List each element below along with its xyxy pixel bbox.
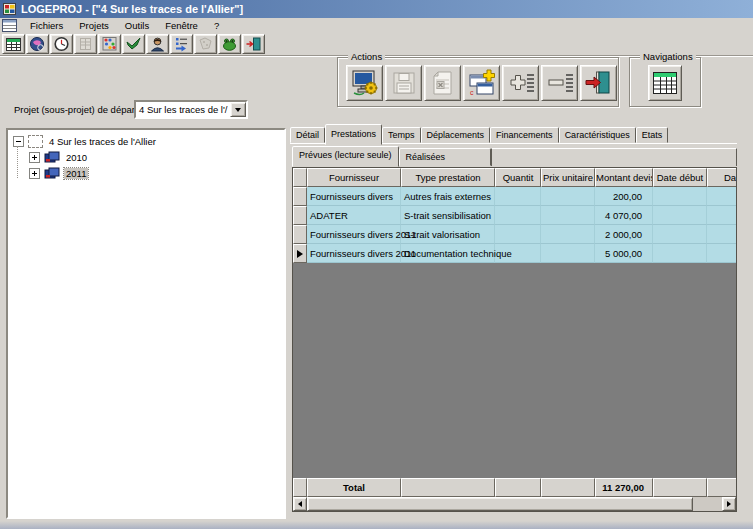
navigations-group: Navigations (629, 57, 701, 107)
cell-montant-devis: 2 000,00 (595, 225, 653, 244)
action-button-remove-row[interactable] (541, 65, 578, 101)
tab-prestations[interactable]: Prestations (325, 124, 382, 145)
total-montant-devis: 11 270,00 (595, 478, 653, 497)
cell-prix-unitaire (541, 225, 595, 244)
menu-fichiers[interactable]: Fichiers (22, 19, 71, 32)
table-row-current[interactable]: Fournisseurs divers 2011 Documentation t… (293, 244, 737, 263)
action-button-modify[interactable] (346, 65, 383, 101)
menu-outils[interactable]: Outils (117, 19, 157, 32)
action-button-export-disabled[interactable] (424, 65, 461, 101)
project-combobox-dropdown-button[interactable] (230, 102, 246, 117)
remove-row-icon (545, 69, 575, 97)
cell-montant-devis: 200,00 (595, 187, 653, 206)
collapse-icon[interactable] (13, 136, 24, 147)
action-button-close[interactable] (580, 65, 617, 101)
table-row[interactable]: Fournisseurs divers 2011 S-trait valoris… (293, 225, 737, 244)
grid-empty-area (293, 263, 737, 478)
cell-date-fin (707, 206, 737, 225)
cell-type-prestation: Documentation technique (401, 244, 495, 263)
tree-connector-line (17, 146, 18, 178)
project-combobox[interactable]: 4 Sur les traces de l'/ (134, 100, 248, 119)
cell-date-debut (653, 244, 707, 263)
expand-icon[interactable] (29, 168, 40, 179)
tab-temps[interactable]: Temps (382, 127, 421, 143)
subtab-realisees[interactable]: Réalisées (399, 148, 491, 166)
toolbar-button-clock[interactable] (50, 34, 73, 54)
expand-icon[interactable] (29, 152, 40, 163)
navigations-group-label: Navigations (640, 51, 696, 62)
arrow-left-icon (298, 501, 302, 507)
save-floppy-icon (390, 69, 418, 97)
action-button-save-disabled[interactable] (385, 65, 422, 101)
cell-prix-unitaire (541, 244, 595, 263)
cell-fournisseur: Fournisseurs divers 2011 (307, 244, 401, 263)
subtab-prevues[interactable]: Prévues (lecture seule) (292, 146, 399, 167)
subtab-strip-filler (491, 148, 737, 166)
cell-quantite (495, 225, 541, 244)
project-node-icon (44, 167, 60, 179)
action-button-add-row[interactable] (502, 65, 539, 101)
action-button-new-window[interactable]: c (463, 65, 500, 101)
dashed-node-icon (28, 135, 43, 148)
toolbar-button-globe[interactable] (26, 34, 49, 54)
menu-fenetre[interactable]: Fenêtre (157, 19, 206, 32)
menu-projets[interactable]: Projets (71, 19, 117, 32)
grid-horizontal-scrollbar[interactable] (293, 497, 736, 511)
toolbar-button-hierarchy[interactable] (170, 34, 193, 54)
toolbar-button-abacus[interactable] (98, 34, 121, 54)
tree-item-2010[interactable]: 2010 (8, 149, 284, 165)
cell-date-fin (707, 244, 737, 263)
total-empty-cell (401, 478, 495, 497)
scroll-left-button[interactable] (293, 497, 307, 511)
cell-quantite (495, 244, 541, 263)
tree-item-root[interactable]: 4 Sur les traces de l'Allier (8, 133, 284, 149)
tree-item-2011[interactable]: 2011 (8, 165, 284, 181)
exit-door-icon (584, 69, 614, 97)
cell-type-prestation: S-trait sensibilisation (401, 206, 495, 225)
project-node-icon (44, 151, 60, 163)
sub-tabs: Prévues (lecture seule) Réalisées (292, 145, 737, 166)
table-row[interactable]: Fournisseurs divers Autres frais externe… (293, 187, 737, 206)
person-icon (149, 36, 166, 52)
tab-detail[interactable]: Détail (290, 127, 325, 143)
toolbar-button-sheet-disabled[interactable] (74, 34, 97, 54)
cell-fournisseur: ADATER (307, 206, 401, 225)
tab-financements[interactable]: Financements (490, 127, 559, 143)
cell-montant-devis: 5 000,00 (595, 244, 653, 263)
toolbar-button-validate[interactable] (122, 34, 145, 54)
cell-prix-unitaire (541, 206, 595, 225)
tab-deplacements[interactable]: Déplacements (421, 127, 491, 143)
tab-etats[interactable]: Etats (636, 127, 669, 143)
column-header-quantite: Quantit (495, 168, 541, 187)
table-row[interactable]: ADATER S-trait sensibilisation 4 070,00 (293, 206, 737, 225)
arrow-right-icon (727, 501, 731, 507)
project-tree-panel: 4 Sur les traces de l'Allier 2010 (6, 128, 286, 519)
globe-search-icon (29, 36, 46, 52)
tab-caracteristiques[interactable]: Caractéristiques (559, 127, 636, 143)
toolbar-button-frog[interactable] (218, 34, 241, 54)
navigation-button-grid[interactable] (648, 65, 682, 101)
frog-icon (221, 36, 238, 52)
toolbar-button-map-disabled[interactable] (194, 34, 217, 54)
menu-help[interactable]: ? (206, 19, 227, 32)
column-header-prix-unitaire: Prix unitaire (541, 168, 595, 187)
total-empty-cell (653, 478, 707, 497)
bird-check-icon (125, 36, 142, 52)
scroll-right-button[interactable] (722, 497, 736, 511)
monitor-gear-icon (350, 69, 380, 97)
toolbar-button-exit[interactable] (242, 34, 265, 54)
column-header-type-prestation: Type prestation (401, 168, 495, 187)
mdi-child-icon[interactable] (2, 19, 18, 32)
project-combobox-value: 4 Sur les traces de l'/ (136, 102, 230, 117)
window-title: LOGEPROJ - ["4 Sur les traces de l'Allie… (21, 3, 243, 15)
table-icon (5, 37, 22, 52)
toolbar-button-person[interactable] (146, 34, 169, 54)
cell-quantite (495, 206, 541, 225)
column-header-date-fin: Da (707, 168, 737, 187)
grid-total-row: Total 11 270,00 (293, 478, 737, 497)
scrollbar-thumb[interactable] (307, 497, 693, 511)
menubar: Fichiers Projets Outils Fenêtre ? (0, 18, 753, 33)
toolbar-button-table[interactable] (2, 34, 25, 54)
svg-text:c: c (470, 89, 474, 96)
column-header-fournisseur: Fournisseur (307, 168, 401, 187)
